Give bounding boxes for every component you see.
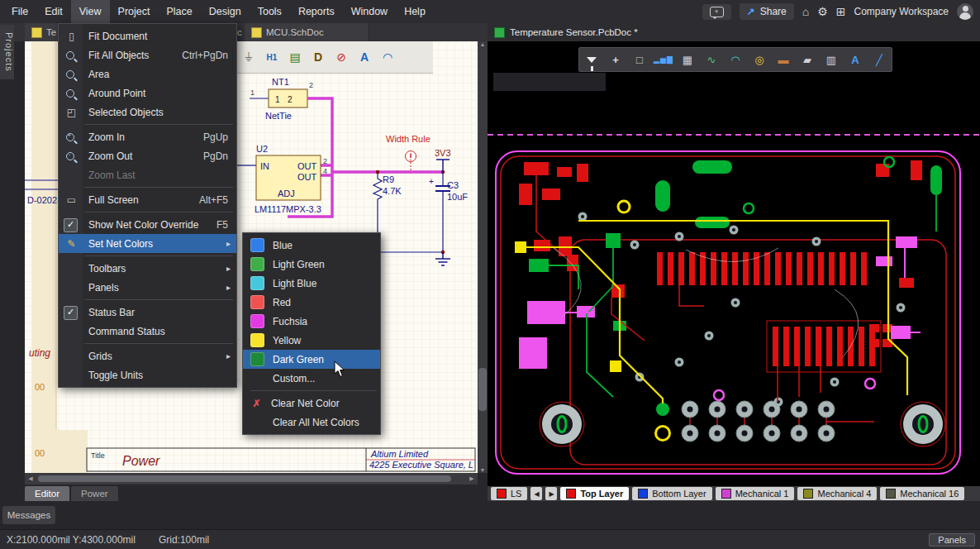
layer-tab-mechanical-16[interactable]: Mechanical 16 [880, 487, 964, 500]
share-button[interactable]: ↗ Share [740, 3, 794, 20]
comment-button[interactable]: + [702, 4, 731, 20]
chart-tool[interactable]: ▂▅▇ [653, 50, 674, 69]
menu-item-zoom-in[interactable]: Zoom In PgUp [59, 127, 236, 146]
designator: R9 [383, 174, 394, 184]
via-tool[interactable]: ◎ [749, 50, 770, 69]
text-tool[interactable]: A [844, 50, 866, 69]
ground-tool[interactable]: ⏚ [239, 46, 259, 68]
submenu-item-blue[interactable]: Blue [243, 236, 380, 255]
filter-tool[interactable] [581, 50, 602, 69]
menu-separator [84, 255, 233, 256]
pin-number: 2 [323, 157, 327, 165]
menu-help[interactable]: Help [396, 0, 434, 23]
menu-item-full-screen[interactable]: ▭ Full Screen Alt+F5 [59, 190, 236, 209]
vertical-scroll-thumb[interactable] [478, 368, 487, 411]
submenu-item-light-green[interactable]: Light Green [243, 255, 380, 274]
panels-button[interactable]: Panels [929, 533, 975, 547]
device-tool[interactable]: D [308, 46, 328, 68]
menu-item-panels[interactable]: Panels ▸ [59, 278, 236, 297]
submenu-item-yellow[interactable]: Yellow [243, 331, 380, 350]
layer-tab-mechanical-1[interactable]: Mechanical 1 [716, 487, 795, 500]
apps-icon[interactable]: ⊞ [836, 5, 846, 18]
submenu-item-clear-all-net-colors[interactable]: Clear All Net Colors [243, 413, 380, 432]
menu-item-toolbars[interactable]: Toolbars ▸ [59, 259, 236, 278]
schematic-vertical-scrollbar[interactable]: ▲ ▼ [478, 41, 488, 473]
menu-item-selected-objects[interactable]: ◰ Selected Objects [59, 103, 236, 122]
arc-tool[interactable]: ◠ [725, 50, 746, 69]
no-erc-tool[interactable]: ⊘ [331, 46, 351, 68]
menu-item-area[interactable]: Area [59, 64, 236, 84]
menu-edit[interactable]: Edit [36, 0, 71, 23]
sheet-symbol-tool[interactable]: ▤ [285, 46, 305, 68]
zoom-icon [66, 70, 74, 79]
region-tool[interactable]: ▥ [821, 50, 842, 69]
menu-item-toggle-units[interactable]: Toggle Units [59, 365, 236, 384]
scroll-up-icon[interactable]: ▲ [480, 41, 486, 47]
tab-power[interactable]: Power [71, 486, 118, 501]
layer-scroll-right-icon[interactable]: ▶ [545, 487, 557, 500]
route-tool[interactable]: ∿ [701, 50, 722, 69]
scroll-down-icon[interactable]: ▼ [480, 467, 486, 473]
menu-item-set-net-colors[interactable]: ✎ Set Net Colors ▸ [59, 234, 236, 253]
layer-tab-ls[interactable]: LS [491, 487, 527, 500]
layer-tab-top-layer[interactable]: Top Layer [560, 487, 629, 500]
arc-tool[interactable]: ◠ [378, 46, 397, 68]
projects-panel-tab[interactable]: Projects [0, 25, 14, 79]
scroll-right-icon[interactable]: ▶ [466, 475, 478, 482]
schematic-horizontal-scrollbar[interactable]: ◀ ▶ [25, 473, 478, 485]
component-value: 10uF [447, 192, 468, 202]
menu-item-fit-all-objects[interactable]: Fit All Objects Ctrl+PgDn [59, 45, 236, 64]
grid-tool[interactable]: ▦ [677, 50, 698, 69]
mounting-hole-left[interactable] [540, 402, 584, 446]
line-tool[interactable]: ╱ [868, 50, 890, 69]
doc-tab-fragment[interactable]: c [237, 23, 242, 41]
menu-place[interactable]: Place [158, 0, 200, 23]
move-tool[interactable]: + [605, 50, 626, 69]
submenu-item-light-blue[interactable]: Light Blue [243, 274, 380, 293]
menu-item-command-status[interactable]: Command Status [59, 322, 236, 341]
messages-panel-button[interactable]: Messages [2, 506, 55, 524]
menu-file[interactable]: File [3, 0, 36, 23]
designator: C3 [447, 180, 459, 190]
menu-item-fit-document[interactable]: ▯ Fit Document [59, 26, 236, 45]
menu-item-zoom-out[interactable]: Zoom Out PgDn [59, 146, 236, 165]
workspace-label[interactable]: Company Workspace [854, 6, 949, 17]
menu-view[interactable]: View [71, 0, 110, 23]
menu-item-status-bar[interactable]: ✓ Status Bar [59, 303, 236, 322]
doc-tab-mcu-schdoc[interactable]: MCU.SchDoc [245, 23, 369, 41]
pcb-window-titlebar[interactable]: Temperature Sensor.PcbDoc * [488, 23, 980, 41]
fill-tool[interactable]: ▰ [797, 50, 818, 69]
menu-design[interactable]: Design [201, 0, 250, 23]
select-tool[interactable]: □ [629, 50, 650, 69]
gear-icon[interactable]: ⚙ [817, 5, 828, 18]
menu-reports[interactable]: Reports [290, 0, 343, 23]
cursor-coordinates: X:2100.000mil Y:4300.000mil [7, 534, 136, 546]
layer-scroll-left-icon[interactable]: ◀ [530, 487, 542, 500]
menu-item-show-net-color-override[interactable]: ✓ Show Net Color Override F5 [59, 215, 236, 234]
sheet-tabs: Editor Power [25, 486, 118, 501]
menu-item-around-point[interactable]: Around Point [59, 84, 236, 103]
menu-item-zoom-last[interactable]: Zoom Last [59, 165, 236, 184]
mounting-hole-right[interactable] [901, 402, 945, 446]
submenu-item-custom[interactable]: Custom... [243, 369, 380, 388]
tab-editor[interactable]: Editor [25, 486, 69, 501]
layer-tab-bottom-layer[interactable]: Bottom Layer [632, 487, 711, 500]
menu-project[interactable]: Project [110, 0, 159, 23]
layer-tab-mechanical-4[interactable]: Mechanical 4 [797, 487, 877, 500]
net-label-tool[interactable]: H1 [262, 46, 282, 68]
submenu-item-fuchsia[interactable]: Fuchsia [243, 312, 380, 331]
menu-tools[interactable]: Tools [250, 0, 290, 23]
pad-tool[interactable]: ▬ [773, 50, 794, 69]
scroll-left-icon[interactable]: ◀ [25, 475, 36, 482]
submenu-item-red[interactable]: Red [243, 293, 380, 312]
title-label: Title [91, 451, 105, 460]
submenu-item-clear-net-color[interactable]: ✗ Clear Net Color [243, 394, 380, 413]
horizontal-scroll-thumb[interactable] [38, 475, 451, 482]
menu-window[interactable]: Window [343, 0, 396, 23]
menu-item-grids[interactable]: Grids ▸ [59, 346, 236, 365]
pcb-canvas[interactable] [488, 41, 980, 486]
text-tool[interactable]: A [354, 46, 374, 68]
submenu-item-dark-green[interactable]: Dark Green [243, 350, 380, 369]
user-avatar[interactable] [957, 3, 973, 20]
home-icon[interactable]: ⌂ [802, 5, 809, 18]
